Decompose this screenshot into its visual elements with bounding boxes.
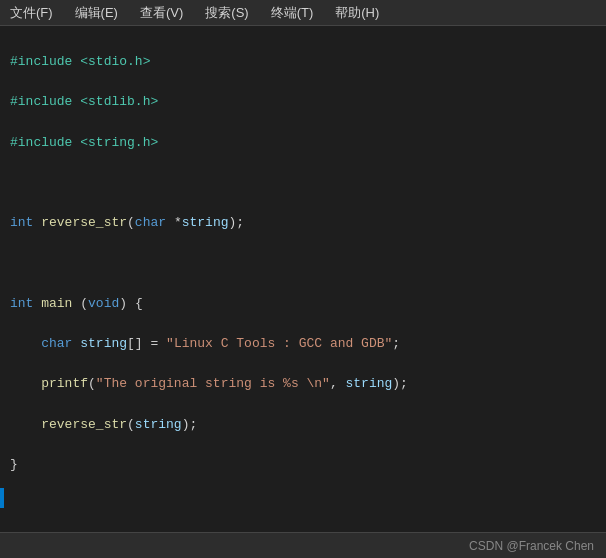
menubar: 文件(F) 编辑(E) 查看(V) 搜索(S) 终端(T) 帮助(H): [0, 0, 606, 26]
menu-search[interactable]: 搜索(S): [201, 3, 252, 23]
code-line-6: [10, 254, 596, 274]
menu-edit[interactable]: 编辑(E): [71, 3, 122, 23]
credit-text: CSDN @Francek Chen: [469, 539, 594, 553]
code-line-10: reverse_str(string);: [10, 415, 596, 435]
code-line-1: #include <stdio.h>: [10, 52, 596, 72]
code-line-12: [10, 495, 596, 515]
code-line-3: #include <string.h>: [10, 133, 596, 153]
code-line-11: }: [10, 455, 596, 475]
code-line-5: int reverse_str(char *string);: [10, 213, 596, 233]
menu-file[interactable]: 文件(F): [6, 3, 57, 23]
statusbar: CSDN @Francek Chen: [0, 532, 606, 558]
cursor-indicator: [0, 488, 4, 508]
code-editor[interactable]: #include <stdio.h> #include <stdlib.h> #…: [0, 26, 606, 532]
code-line-4: [10, 173, 596, 193]
code-line-9: printf("The original string is %s \n", s…: [10, 374, 596, 394]
menu-view[interactable]: 查看(V): [136, 3, 187, 23]
code-line-7: int main (void) {: [10, 294, 596, 314]
menu-terminal[interactable]: 终端(T): [267, 3, 318, 23]
code-line-2: #include <stdlib.h>: [10, 92, 596, 112]
menu-help[interactable]: 帮助(H): [331, 3, 383, 23]
code-line-8: char string[] = "Linux C Tools : GCC and…: [10, 334, 596, 354]
